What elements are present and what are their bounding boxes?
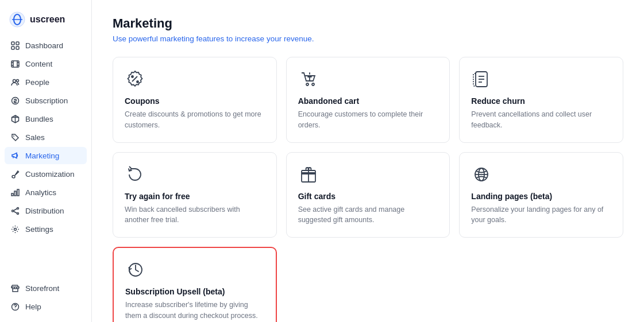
page-title: Marketing <box>113 16 623 31</box>
sidebar-item-people[interactable]: People <box>5 73 87 91</box>
card-desc: Increase subscriber's lifetime by giving… <box>125 300 264 321</box>
card-landing-pages[interactable]: Landing pages (beta) Personalize your la… <box>459 152 623 238</box>
svg-point-35 <box>312 83 314 86</box>
logo: uscreen <box>0 7 91 37</box>
svg-point-34 <box>306 83 308 86</box>
card-reduce-churn[interactable]: Reduce churn Prevent cancellations and c… <box>459 57 623 143</box>
svg-rect-20 <box>11 193 13 196</box>
sidebar: uscreen Dashboard Content <box>0 0 92 322</box>
card-title: Gift cards <box>298 192 438 201</box>
store-icon <box>10 284 20 293</box>
sidebar-item-help[interactable]: Help <box>5 298 87 315</box>
sidebar-item-label: Marketing <box>25 152 59 160</box>
package-icon <box>10 114 20 123</box>
sidebar-item-label: Analytics <box>25 188 56 197</box>
card-subscription-upsell[interactable]: Subscription Upsell (beta) Increase subs… <box>113 247 277 322</box>
svg-point-14 <box>13 79 16 82</box>
coupon-icon <box>125 69 145 90</box>
sidebar-bottom: Storefront Help <box>0 280 91 315</box>
sidebar-item-label: Distribution <box>25 207 64 215</box>
sidebar-item-label: Settings <box>25 225 53 234</box>
logo-text: uscreen <box>30 14 65 25</box>
sidebar-item-analytics[interactable]: Analytics <box>5 184 87 201</box>
svg-point-19 <box>13 135 14 137</box>
subscription-icon <box>10 96 20 105</box>
svg-point-30 <box>15 308 16 309</box>
nav-list: Dashboard Content <box>0 37 91 280</box>
sidebar-item-settings[interactable]: Settings <box>5 220 87 238</box>
svg-point-15 <box>16 79 18 82</box>
card-desc: Personalize your landing pages for any o… <box>471 204 611 226</box>
reduce-churn-icon <box>471 69 492 90</box>
card-gift-cards[interactable]: Gift cards See active gift cards and man… <box>286 152 450 238</box>
svg-rect-3 <box>11 42 14 45</box>
settings-icon <box>10 224 20 234</box>
sidebar-item-label: Storefront <box>25 284 59 293</box>
sidebar-item-dashboard[interactable]: Dashboard <box>5 37 87 54</box>
sidebar-item-subscription[interactable]: Subscription <box>5 92 87 109</box>
sidebar-item-label: Subscription <box>25 96 68 105</box>
card-try-again[interactable]: Try again for free Win back cancelled su… <box>113 152 277 238</box>
svg-point-33 <box>137 81 138 83</box>
card-desc: Create discounts & promotions to get mor… <box>125 109 265 131</box>
grid-icon <box>10 41 20 50</box>
sidebar-item-marketing[interactable]: Marketing <box>5 147 87 164</box>
sidebar-item-customization[interactable]: Customization <box>5 165 87 183</box>
card-desc: Prevent cancellations and collect user f… <box>471 109 611 131</box>
svg-rect-21 <box>14 191 16 196</box>
upsell-icon <box>125 259 146 280</box>
card-coupons[interactable]: Coupons Create discounts & promotions to… <box>113 57 277 143</box>
sidebar-item-label: Customization <box>25 170 75 179</box>
svg-point-28 <box>14 228 16 230</box>
sidebar-item-storefront[interactable]: Storefront <box>5 280 87 297</box>
sidebar-item-content[interactable]: Content <box>5 55 87 72</box>
users-icon <box>10 77 20 87</box>
svg-point-23 <box>17 207 18 209</box>
share-icon <box>10 206 20 215</box>
sidebar-item-label: Help <box>25 302 41 311</box>
svg-point-32 <box>132 76 133 77</box>
sidebar-item-sales[interactable]: Sales <box>5 129 87 146</box>
card-title: Try again for free <box>125 192 265 201</box>
marketing-cards-grid: Coupons Create discounts & promotions to… <box>113 57 623 322</box>
megaphone-icon <box>10 151 20 160</box>
svg-rect-7 <box>11 61 19 67</box>
sidebar-item-distribution[interactable]: Distribution <box>5 202 87 219</box>
svg-rect-22 <box>17 189 19 196</box>
card-title: Reduce churn <box>471 96 611 106</box>
svg-line-27 <box>13 211 17 214</box>
tag-icon <box>10 133 20 142</box>
cart-icon <box>298 69 319 90</box>
card-title: Landing pages (beta) <box>471 192 611 201</box>
gift-icon <box>298 164 319 185</box>
svg-point-24 <box>11 210 13 212</box>
sidebar-item-label: Sales <box>25 133 45 142</box>
card-abandoned-cart[interactable]: Abandoned cart Encourage customers to co… <box>286 57 450 143</box>
sidebar-item-bundles[interactable]: Bundles <box>5 110 87 127</box>
card-desc: Encourage customers to complete their or… <box>298 109 438 131</box>
sidebar-item-label: Bundles <box>25 115 53 123</box>
card-title: Abandoned cart <box>298 96 438 106</box>
page-subtitle: Use powerful marketing features to incre… <box>113 34 623 43</box>
card-title: Subscription Upsell (beta) <box>125 287 264 296</box>
film-icon <box>10 59 20 68</box>
brush-icon <box>10 169 20 179</box>
svg-point-25 <box>17 212 18 214</box>
svg-line-26 <box>13 208 17 211</box>
sidebar-item-label: Content <box>25 60 52 68</box>
sidebar-item-label: Dashboard <box>25 41 63 50</box>
help-circle-icon <box>10 302 20 311</box>
card-title: Coupons <box>125 96 265 106</box>
bar-chart-icon <box>10 188 20 197</box>
card-desc: See active gift cards and manage suggest… <box>298 204 438 226</box>
svg-rect-4 <box>16 42 19 45</box>
card-desc: Win back cancelled subscribers with anot… <box>125 204 265 226</box>
svg-rect-5 <box>11 46 14 49</box>
refresh-icon <box>125 164 145 185</box>
svg-rect-6 <box>16 46 19 49</box>
sidebar-item-label: People <box>25 78 49 87</box>
main-content: Marketing Use powerful marketing feature… <box>92 0 644 322</box>
landing-icon <box>471 164 492 185</box>
